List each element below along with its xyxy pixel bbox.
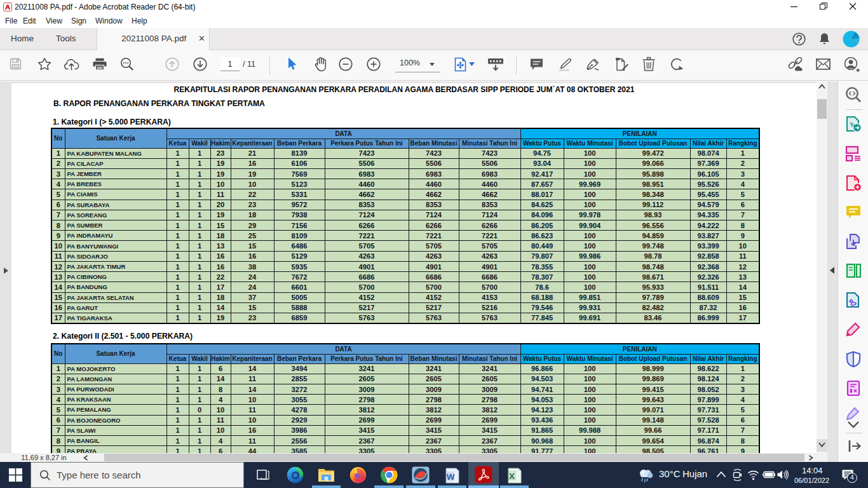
svg-text:W: W xyxy=(447,472,455,482)
svg-text:X: X xyxy=(509,471,515,481)
